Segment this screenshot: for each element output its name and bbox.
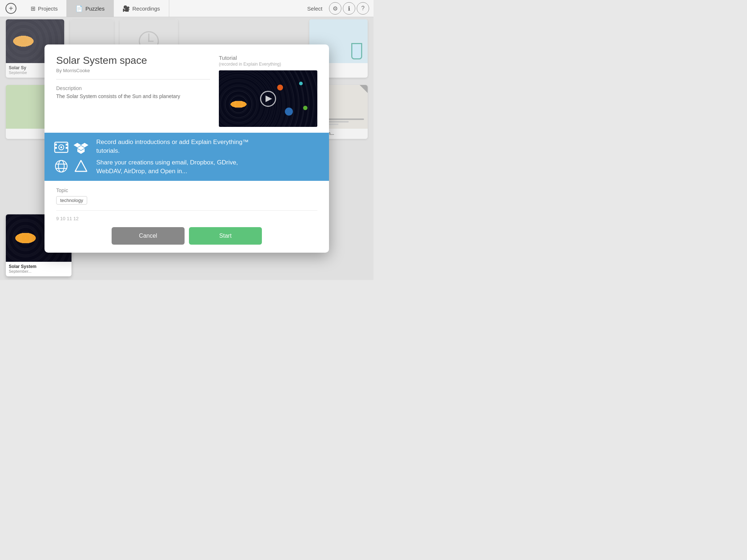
svg-rect-6 bbox=[55, 147, 57, 149]
svg-point-21 bbox=[55, 160, 67, 172]
topic-label: Topic bbox=[56, 187, 317, 193]
svg-rect-7 bbox=[66, 144, 68, 145]
svg-line-27 bbox=[81, 160, 87, 171]
planet-blue bbox=[285, 108, 293, 116]
modal-hr bbox=[56, 210, 317, 211]
tab-puzzles[interactable]: 📄 Puzzles bbox=[67, 0, 114, 17]
top-bar: + ⊞ Projects 📄 Puzzles 🎥 Recordings Sele… bbox=[0, 0, 374, 17]
tab-recordings[interactable]: 🎥 Recordings bbox=[114, 0, 169, 17]
top-bar-left: + bbox=[0, 3, 22, 14]
modal-top: Solar System space By MorrisCooke Descri… bbox=[44, 44, 329, 133]
globe-svg bbox=[54, 159, 69, 174]
gear-icon: ⚙ bbox=[333, 5, 338, 12]
banner-icon-row-1 bbox=[53, 139, 89, 155]
tutorial-label: Tutorial bbox=[219, 55, 317, 61]
drive-svg bbox=[74, 159, 88, 174]
play-triangle-icon bbox=[266, 96, 272, 102]
film-icon bbox=[53, 139, 69, 155]
main-modal: Solar System space By MorrisCooke Descri… bbox=[44, 44, 329, 252]
projects-icon: ⊞ bbox=[31, 5, 35, 12]
svg-line-26 bbox=[75, 160, 81, 171]
add-button[interactable]: + bbox=[5, 3, 16, 14]
globe-icon bbox=[53, 158, 69, 174]
banner-icons bbox=[53, 138, 89, 175]
description-label: Description bbox=[56, 85, 210, 91]
nav-tabs: ⊞ Projects 📄 Puzzles 🎥 Recordings bbox=[22, 0, 302, 17]
settings-button[interactable]: ⚙ bbox=[329, 2, 341, 15]
tab-projects-label: Projects bbox=[38, 5, 58, 12]
film-svg bbox=[54, 140, 69, 155]
planet-green bbox=[303, 106, 307, 110]
tutorial-sublabel: (recorded in Explain Everything) bbox=[219, 62, 317, 67]
puzzles-icon: 📄 bbox=[76, 5, 83, 12]
modal-info: Solar System space By MorrisCooke Descri… bbox=[56, 55, 210, 127]
recordings-icon: 🎥 bbox=[123, 5, 130, 12]
banner-line1: Record audio introductions or add Explai… bbox=[96, 138, 320, 155]
modal-bottom: Topic technology 9 10 11 12 Cancel Start bbox=[44, 181, 329, 253]
svg-rect-5 bbox=[55, 144, 57, 145]
svg-rect-8 bbox=[66, 147, 68, 149]
dropbox-svg bbox=[74, 140, 88, 155]
blue-banner: Record audio introductions or add Explai… bbox=[44, 133, 329, 180]
tab-puzzles-label: Puzzles bbox=[85, 5, 105, 12]
banner-text-area: Record audio introductions or add Explai… bbox=[96, 138, 320, 175]
info-icon: ℹ bbox=[348, 5, 350, 12]
modal-divider bbox=[56, 79, 210, 79]
help-button[interactable]: ? bbox=[357, 2, 369, 15]
planet-teal bbox=[299, 82, 303, 85]
svg-point-10 bbox=[61, 147, 62, 148]
google-drive-icon bbox=[73, 158, 89, 174]
nav-right: Select ⚙ ℹ ? bbox=[302, 2, 374, 15]
cancel-button[interactable]: Cancel bbox=[112, 227, 185, 245]
info-button[interactable]: ℹ bbox=[343, 2, 355, 15]
select-button[interactable]: Select bbox=[302, 4, 328, 13]
question-icon: ? bbox=[361, 5, 365, 12]
tab-projects[interactable]: ⊞ Projects bbox=[22, 0, 67, 17]
topic-tag: technology bbox=[56, 196, 87, 205]
banner-line2: Share your creations using email, Dropbo… bbox=[96, 158, 320, 176]
svg-point-22 bbox=[58, 160, 64, 172]
modal-title: Solar System space bbox=[56, 55, 210, 66]
play-button[interactable] bbox=[260, 91, 276, 107]
modal-overlay: Solar System space By MorrisCooke Descri… bbox=[0, 17, 374, 280]
grade-numbers: 9 10 11 12 bbox=[56, 216, 317, 221]
dropbox-icon bbox=[73, 139, 89, 155]
modal-author: By MorrisCooke bbox=[56, 68, 210, 73]
banner-icon-row-2 bbox=[53, 158, 89, 174]
tutorial-video[interactable] bbox=[219, 70, 317, 127]
description-text: The Solar System consists of the Sun and… bbox=[56, 93, 210, 99]
planet-orange bbox=[277, 85, 283, 90]
modal-tutorial: Tutorial (recorded in Explain Everything… bbox=[219, 55, 317, 127]
action-buttons: Cancel Start bbox=[56, 227, 317, 245]
svg-marker-25 bbox=[75, 160, 87, 171]
tab-recordings-label: Recordings bbox=[132, 5, 160, 12]
start-button[interactable]: Start bbox=[189, 227, 262, 245]
